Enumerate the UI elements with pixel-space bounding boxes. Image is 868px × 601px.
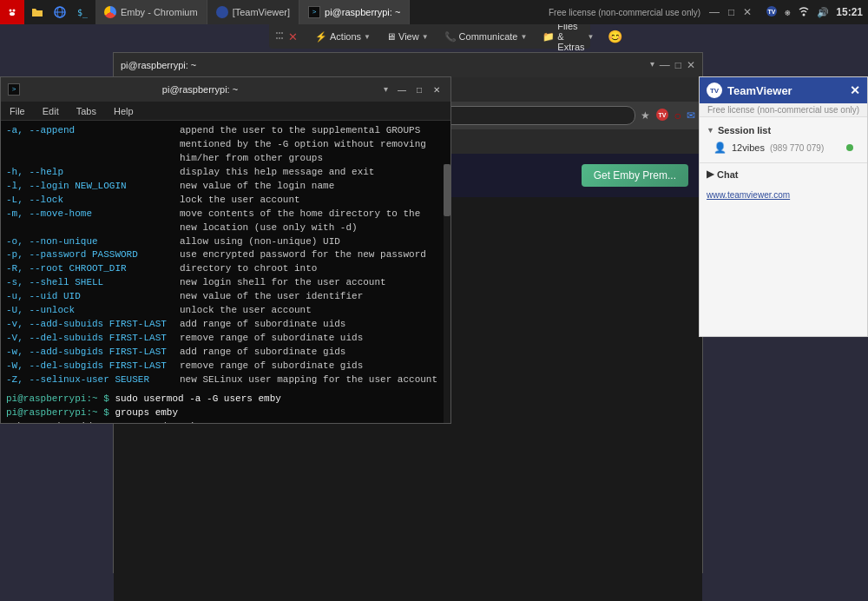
- tv-chat-header[interactable]: ▶ Chat: [707, 168, 860, 180]
- taskbar-terminal-icon[interactable]: $_: [73, 3, 92, 22]
- teamviewer-panel: TV TeamViewer ✕ Free license (non-commer…: [699, 76, 868, 337]
- session-list-label: Session list: [718, 125, 771, 135]
- term-output1: emby : emby video users render pi: [6, 420, 445, 423]
- tv-title-left: TV TeamViewer: [707, 83, 792, 98]
- term-line-add-subuids: -v, --add-subuids FIRST-LAST add range o…: [6, 318, 445, 332]
- volume-icon[interactable]: 🔊: [817, 7, 829, 18]
- tab-chromium-label: Emby - Chromium: [121, 7, 198, 17]
- menu-edit[interactable]: Edit: [39, 104, 62, 118]
- term-line-append: -a, --append append the user to the supp…: [6, 124, 445, 138]
- tv-toolbar-close[interactable]: ✕: [288, 30, 298, 43]
- terminal-maximize-btn[interactable]: □: [412, 83, 426, 96]
- actions-chevron: ▼: [364, 33, 371, 41]
- scroll-thumb[interactable]: [444, 164, 450, 216]
- terminal-title-icon: >: [8, 83, 20, 96]
- menu-file[interactable]: File: [6, 104, 29, 118]
- terminal-menubar: File Edit Tabs Help: [1, 102, 450, 121]
- svg-text:TV: TV: [768, 9, 776, 15]
- term-cmd1: pi@raspberrypi:~ $ sudo usermod -a -G us…: [6, 393, 445, 406]
- terminal-tab-icon: >: [308, 6, 320, 18]
- tv-username: 12vibes: [732, 142, 765, 153]
- start-button[interactable]: [0, 0, 24, 24]
- session-chevron: ▼: [707, 126, 714, 135]
- term-line-nonuniq: -o, --non-unique allow using (non-unique…: [6, 235, 445, 249]
- tv-session-list-header[interactable]: ▼ Session list: [707, 122, 860, 138]
- tv-panel-logo: TV: [707, 83, 722, 98]
- term-line-password: -p, --password PASSWORD use encrypted pa…: [6, 248, 445, 262]
- tv-panel-title: TeamViewer: [727, 84, 792, 97]
- tv-panel-close-btn[interactable]: ✕: [850, 83, 860, 97]
- term-line-movehome: -m, --move-home move contents of the hom…: [6, 208, 445, 221]
- tab-terminal[interactable]: > pi@raspberrypi: ~: [299, 0, 410, 24]
- taskbar-tabs: Emby - Chromium [TeamViewer] > pi@raspbe…: [95, 0, 540, 24]
- tv-user-id: (989 770 079): [770, 143, 824, 153]
- desktop: pi@raspberrypi: ~ ▾ — □ ✕ Emby - Chromiu…: [0, 24, 868, 601]
- taskbar-folder-icon[interactable]: [28, 3, 47, 22]
- term-line-unlock: -U, --unlock unlock the user account: [6, 304, 445, 318]
- tab-terminal-label: pi@raspberrypi: ~: [325, 7, 400, 17]
- grip-handle[interactable]: [276, 32, 283, 41]
- tv-chat-section: ▶ Chat: [700, 162, 867, 185]
- terminal-expand-icon[interactable]: ▾: [380, 83, 391, 96]
- term-cmd2: pi@raspberrypi:~ $ groups emby: [6, 406, 445, 420]
- tv-website-link[interactable]: www.teamviewer.com: [700, 185, 867, 205]
- tab-teamviewer[interactable]: [TeamViewer]: [207, 0, 299, 24]
- term-line-newloc: new location (use only with -d): [6, 221, 445, 235]
- browser-titlebar: pi@raspberrypi: ~ ▾ — □ ✕: [114, 53, 702, 77]
- chat-chevron: ▶: [707, 168, 713, 180]
- svg-point-2: [13, 10, 16, 12]
- terminal-title-left: >: [8, 83, 20, 96]
- taskbar-browser-icon[interactable]: [50, 3, 69, 22]
- term-line-login: -l, --login NEW_LOGIN new value of the l…: [6, 180, 445, 194]
- term-line-cont2: him/her from other groups: [6, 152, 445, 166]
- browser-expand-icon[interactable]: ▾: [650, 59, 654, 71]
- terminal-close-btn[interactable]: ✕: [430, 83, 444, 96]
- bluetooth-icon[interactable]: ⎈: [785, 7, 791, 17]
- menu-help[interactable]: Help: [110, 104, 137, 118]
- mail-icon[interactable]: ✉: [687, 109, 695, 122]
- free-license-notice: Free license (non-commercial use only): [549, 8, 700, 17]
- tab-chromium[interactable]: Emby - Chromium: [95, 0, 207, 24]
- clock: 15:21: [836, 6, 863, 18]
- term-line-lock: -L, --lock lock the user account: [6, 194, 445, 208]
- opera-icon[interactable]: ○: [674, 109, 681, 122]
- tv-files-btn[interactable]: 📁 Files & Extras ▼: [536, 19, 601, 54]
- tv-view-btn[interactable]: 🖥 View ▼: [379, 30, 436, 43]
- tv-actions-btn[interactable]: ⚡ Actions ▼: [308, 30, 378, 44]
- tv-panel-titlebar: TV TeamViewer ✕: [700, 77, 867, 103]
- term-line-add-subgids: -w, --add-subgids FIRST-LAST add range o…: [6, 346, 445, 360]
- terminal-title-text: pi@raspberrypi: ~: [162, 84, 238, 95]
- close-taskbar-icon[interactable]: ✕: [743, 6, 752, 18]
- scrollbar[interactable]: [444, 164, 450, 423]
- star-icon[interactable]: ★: [641, 109, 650, 122]
- maximize-icon[interactable]: □: [728, 6, 734, 18]
- get-emby-premium-btn[interactable]: Get Emby Prem...: [582, 164, 688, 187]
- term-line-del-subuids: -V, --del-subuids FIRST-LAST remove rang…: [6, 332, 445, 346]
- tv-icon-bar[interactable]: TV: [655, 108, 669, 124]
- files-chevron: ▼: [588, 33, 595, 41]
- minimize-icon[interactable]: —: [709, 6, 720, 18]
- terminal-minimize-btn[interactable]: —: [395, 83, 409, 96]
- wifi-icon[interactable]: [798, 5, 810, 19]
- term-line-root: -R, --root CHROOT_DIR directory to chroo…: [6, 262, 445, 276]
- tv-user-item[interactable]: 👤 12vibes (989 770 079): [707, 138, 860, 157]
- terminal-window: > pi@raspberrypi: ~ ▾ — □ ✕ File Edit Ta…: [0, 76, 451, 424]
- term-line-shell: -s, --shell SHELL new login shell for th…: [6, 276, 445, 290]
- svg-point-3: [10, 12, 15, 16]
- svg-point-1: [10, 10, 12, 12]
- term-line-help: -h, --help display this help message and…: [6, 166, 445, 180]
- browser-minimize-icon[interactable]: —: [660, 59, 670, 71]
- browser-close-icon[interactable]: ✕: [687, 59, 695, 71]
- system-tray: TV ⎈ 🔊 15:21: [760, 5, 868, 19]
- smiley-icon[interactable]: 😊: [608, 30, 622, 43]
- term-line-cont1: mentioned by the -G option without remov…: [6, 138, 445, 152]
- term-line-selinux: -Z, --selinux-user SEUSER new SELinux us…: [6, 373, 445, 387]
- user-icon: 👤: [713, 142, 727, 154]
- tv-communicate-btn[interactable]: 📞 Communicate ▼: [437, 30, 535, 44]
- browser-maximize-icon[interactable]: □: [675, 59, 681, 71]
- tab-tv-label: [TeamViewer]: [233, 7, 290, 17]
- terminal-body[interactable]: -a, --append append the user to the supp…: [1, 121, 450, 423]
- get-emby-label: Get Emby Prem...: [594, 169, 676, 182]
- menu-tabs[interactable]: Tabs: [73, 104, 100, 118]
- teamviewer-tray-icon[interactable]: TV: [766, 5, 778, 19]
